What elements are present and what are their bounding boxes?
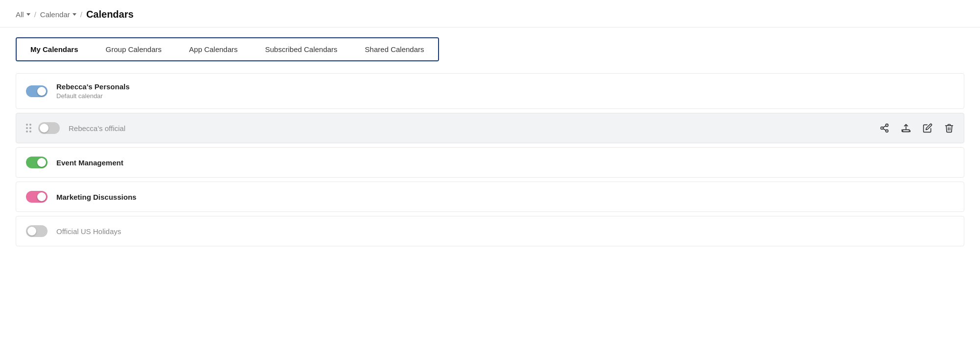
toggle-knob bbox=[27, 227, 36, 236]
breadcrumb-current: Calendars bbox=[86, 9, 134, 20]
drag-dot-row bbox=[26, 131, 31, 132]
calendar-name: Official US Holidays bbox=[56, 227, 954, 236]
drag-dot bbox=[29, 127, 31, 129]
tab-app-calendars[interactable]: App Calendars bbox=[175, 38, 251, 60]
breadcrumb-all[interactable]: All bbox=[16, 10, 30, 19]
drag-handle[interactable] bbox=[26, 124, 31, 132]
svg-line-4 bbox=[883, 126, 886, 127]
calendar-name: Rebecca's Personals bbox=[56, 82, 954, 91]
toggle-knob bbox=[40, 124, 49, 132]
drag-dot bbox=[26, 127, 28, 129]
breadcrumb-sep-2: / bbox=[80, 10, 82, 19]
drag-dot bbox=[29, 131, 31, 132]
tab-subscribed-calendars[interactable]: Subscribed Calendars bbox=[251, 38, 351, 60]
toggle-marketing-discussions[interactable] bbox=[26, 191, 48, 203]
calendar-info: Official US Holidays bbox=[56, 227, 954, 236]
calendar-name: Rebecca's official bbox=[69, 124, 880, 132]
breadcrumb-sep-1: / bbox=[34, 10, 36, 19]
toggle-official-us-holidays[interactable] bbox=[26, 225, 48, 237]
drag-dot-row bbox=[26, 127, 31, 129]
calendar-row: Marketing Discussions bbox=[16, 182, 964, 212]
calendar-row: Rebecca's official bbox=[16, 113, 964, 143]
calendar-row: Rebecca's Personals Default calendar bbox=[16, 73, 964, 109]
toggle-knob bbox=[37, 158, 46, 167]
toggle-rebeccas-personals[interactable] bbox=[26, 85, 48, 97]
row-actions bbox=[880, 123, 954, 133]
calendar-chevron-icon bbox=[73, 13, 76, 16]
share-icon[interactable] bbox=[880, 123, 889, 133]
calendar-row: Event Management bbox=[16, 147, 964, 178]
drag-dot bbox=[29, 124, 31, 126]
tab-bar: My Calendars Group Calendars App Calenda… bbox=[16, 37, 439, 61]
calendar-name: Event Management bbox=[56, 158, 954, 167]
calendar-info: Marketing Discussions bbox=[56, 193, 954, 201]
breadcrumb-calendar[interactable]: Calendar bbox=[40, 10, 76, 19]
edit-icon[interactable] bbox=[923, 123, 932, 133]
calendar-subtitle: Default calendar bbox=[56, 92, 954, 100]
breadcrumb: All / Calendar / Calendars bbox=[0, 0, 980, 27]
toggle-knob bbox=[37, 87, 46, 96]
tab-my-calendars[interactable]: My Calendars bbox=[17, 38, 92, 60]
calendar-row: Official US Holidays bbox=[16, 216, 964, 246]
drag-dot bbox=[26, 131, 28, 132]
drag-dot bbox=[26, 124, 28, 126]
drag-dot-row bbox=[26, 124, 31, 126]
calendar-name: Marketing Discussions bbox=[56, 193, 954, 201]
calendar-list: Rebecca's Personals Default calendar Reb… bbox=[16, 73, 964, 246]
tab-shared-calendars[interactable]: Shared Calendars bbox=[351, 38, 438, 60]
export-icon[interactable] bbox=[901, 123, 911, 133]
tab-group-calendars[interactable]: Group Calendars bbox=[92, 38, 175, 60]
svg-line-3 bbox=[883, 129, 886, 130]
all-chevron-icon bbox=[26, 13, 30, 16]
calendar-info: Rebecca's Personals Default calendar bbox=[56, 82, 954, 100]
calendar-info: Rebecca's official bbox=[69, 124, 880, 132]
toggle-knob bbox=[37, 192, 46, 201]
delete-icon[interactable] bbox=[944, 123, 954, 133]
toggle-rebeccas-official[interactable] bbox=[38, 122, 60, 134]
calendar-info: Event Management bbox=[56, 158, 954, 167]
toggle-event-management[interactable] bbox=[26, 157, 48, 168]
